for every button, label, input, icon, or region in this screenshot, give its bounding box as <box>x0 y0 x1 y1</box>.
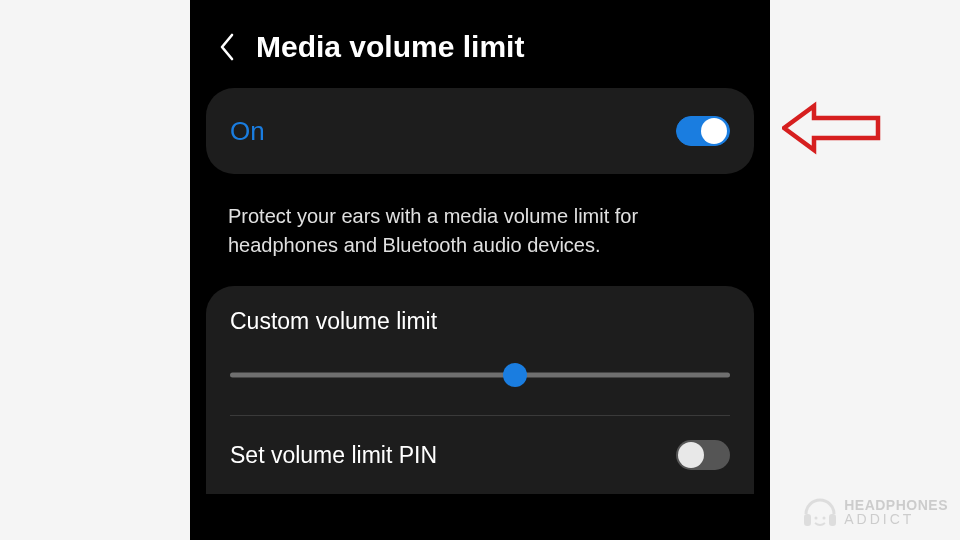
watermark-text: HEADPHONES ADDICT <box>844 498 948 526</box>
settings-panel: Media volume limit On Protect your ears … <box>190 0 770 540</box>
volume-slider[interactable] <box>230 363 730 387</box>
back-icon[interactable] <box>214 34 240 60</box>
watermark-line2: ADDICT <box>844 512 948 526</box>
pin-label: Set volume limit PIN <box>230 442 437 469</box>
description-text: Protect your ears with a media volume li… <box>190 184 770 286</box>
custom-volume-label: Custom volume limit <box>230 308 730 335</box>
svg-rect-1 <box>829 514 836 526</box>
page-title: Media volume limit <box>256 30 524 64</box>
master-toggle-card: On <box>206 88 754 174</box>
options-card: Custom volume limit Set volume limit PIN <box>206 286 754 494</box>
watermark-line1: HEADPHONES <box>844 498 948 512</box>
slider-track <box>230 373 730 378</box>
watermark: HEADPHONES ADDICT <box>802 494 948 530</box>
master-toggle-label: On <box>230 116 265 147</box>
pin-row[interactable]: Set volume limit PIN <box>230 416 730 494</box>
arrow-annotation-icon <box>782 100 882 156</box>
svg-point-2 <box>815 517 818 520</box>
slider-thumb[interactable] <box>503 363 527 387</box>
svg-point-3 <box>823 517 826 520</box>
pin-toggle-switch[interactable] <box>676 440 730 470</box>
svg-rect-0 <box>804 514 811 526</box>
master-toggle-row[interactable]: On <box>230 110 730 152</box>
master-toggle-switch[interactable] <box>676 116 730 146</box>
watermark-logo-icon <box>802 494 838 530</box>
switch-knob-icon <box>678 442 704 468</box>
header-bar: Media volume limit <box>190 0 770 88</box>
switch-knob-icon <box>701 118 727 144</box>
